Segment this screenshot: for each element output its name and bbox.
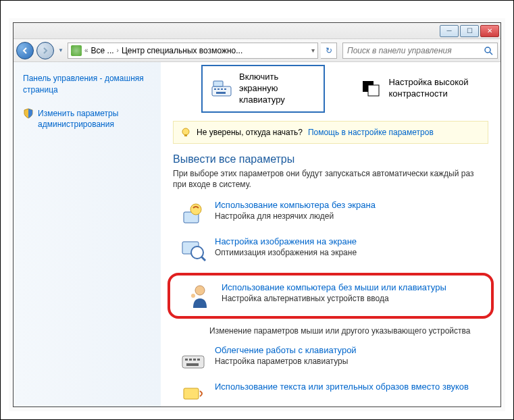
option-sound[interactable]: Использование текста или зрительных обра… — [180, 382, 488, 406]
control-panel-icon — [71, 45, 82, 56]
search-box[interactable] — [342, 43, 498, 59]
option-no-display-link[interactable]: Использование компьютера без экрана — [215, 200, 376, 210]
lightbulb-icon — [180, 127, 191, 138]
minimize-button[interactable]: ─ — [440, 25, 459, 37]
option-mouse[interactable]: Изменение параметров мыши или другого ук… — [209, 325, 488, 337]
svg-rect-23 — [193, 359, 196, 361]
option-mouse-desc: Изменение параметров мыши или другого ук… — [209, 325, 488, 337]
breadcrumb[interactable]: « Все ... › Центр специальных возможно..… — [68, 43, 318, 59]
refresh-button[interactable]: ↻ — [321, 43, 337, 59]
svg-rect-3 — [214, 88, 216, 90]
breadcrumb-segment[interactable]: Все ... — [91, 46, 114, 55]
svg-rect-12 — [184, 134, 187, 136]
quick-osk-label: Включить экранную клавиатуру — [239, 72, 315, 106]
keyboard-icon — [211, 80, 232, 97]
admin-settings-link[interactable]: Изменить параметры администрирования — [38, 108, 151, 131]
option-no-mouse[interactable]: Использование компьютера без мыши или кл… — [186, 282, 482, 309]
svg-rect-7 — [216, 92, 226, 94]
content-area: Включить экранную клавиатуру Настройка в… — [161, 62, 500, 406]
tip-bar: Не уверены, откуда начать? Помощь в наст… — [173, 121, 488, 144]
svg-rect-25 — [186, 363, 199, 366]
quick-osk-button[interactable]: Включить экранную клавиатуру — [201, 65, 325, 113]
svg-point-11 — [182, 128, 189, 135]
shield-icon — [23, 108, 34, 119]
option-keyboard-link[interactable]: Облегчение работы с клавиатурой — [215, 345, 357, 355]
section-desc: При выборе этих параметров они будут зап… — [173, 168, 488, 191]
option-display-desc: Оптимизация изображения на экране — [215, 248, 357, 257]
dropdown-icon[interactable]: ▾ — [311, 47, 315, 54]
svg-point-14 — [190, 204, 201, 215]
titlebar: ─ ☐ ✕ — [14, 23, 500, 39]
keyboard-ease-icon — [180, 345, 207, 372]
chevron-right-icon: › — [117, 47, 119, 54]
tip-link[interactable]: Помощь в настройке параметров — [308, 128, 434, 137]
breadcrumb-segment[interactable]: Центр специальных возможно... — [122, 46, 242, 55]
svg-rect-2 — [212, 86, 231, 96]
nav-history-dropdown[interactable]: ▼ — [57, 44, 65, 57]
svg-line-1 — [490, 52, 492, 55]
quick-contrast-button[interactable]: Настройка высокой контрастности — [352, 65, 482, 113]
svg-rect-10 — [368, 85, 379, 96]
close-button[interactable]: ✕ — [480, 25, 499, 37]
svg-rect-5 — [221, 88, 223, 90]
option-keyboard[interactable]: Облегчение работы с клавиатурой Настройк… — [180, 345, 488, 372]
svg-point-18 — [195, 286, 205, 295]
svg-rect-22 — [189, 359, 192, 361]
svg-rect-21 — [185, 359, 188, 361]
svg-rect-20 — [182, 356, 204, 368]
section-title: Вывести все параметры — [173, 153, 488, 165]
option-sound-link[interactable]: Использование текста или зрительных обра… — [215, 382, 469, 392]
magnifier-icon — [180, 236, 207, 263]
search-input[interactable] — [347, 46, 484, 55]
option-no-mouse-desc: Настройка альтернативных устройств ввода — [222, 294, 446, 303]
svg-rect-4 — [217, 88, 220, 90]
highlight-box: Использование компьютера без мыши или кл… — [168, 273, 494, 319]
search-icon[interactable] — [484, 46, 493, 55]
option-display-link[interactable]: Настройка изображения на экране — [215, 236, 357, 246]
sidebar: Панель управления - домашняя страница Из… — [14, 62, 161, 406]
back-button[interactable] — [16, 42, 34, 59]
person-icon — [186, 282, 213, 309]
forward-button[interactable] — [36, 42, 54, 59]
svg-line-17 — [201, 257, 205, 261]
svg-rect-24 — [197, 359, 200, 361]
chevron-left-icon: « — [84, 47, 88, 54]
svg-rect-6 — [224, 88, 226, 90]
tip-text: Не уверены, откуда начать? — [197, 128, 303, 137]
option-no-display[interactable]: Использование компьютера без экрана Наст… — [180, 200, 488, 227]
option-keyboard-desc: Настройка параметров клавиатуры — [215, 357, 357, 366]
svg-rect-26 — [184, 388, 199, 399]
option-display[interactable]: Настройка изображения на экране Оптимиза… — [180, 236, 488, 263]
maximize-button[interactable]: ☐ — [460, 25, 479, 37]
narrator-icon — [180, 200, 207, 227]
svg-point-19 — [191, 294, 195, 298]
sound-visual-icon — [180, 382, 207, 406]
contrast-icon — [360, 80, 382, 97]
quick-contrast-label: Настройка высокой контрастности — [388, 77, 473, 100]
option-no-display-desc: Настройка для незрячих людей — [215, 211, 376, 221]
svg-point-0 — [485, 47, 490, 53]
control-panel-home-link[interactable]: Панель управления - домашняя страница — [23, 73, 151, 96]
address-bar: ▼ « Все ... › Центр специальных возможно… — [14, 39, 500, 62]
svg-rect-8 — [213, 81, 223, 86]
option-no-mouse-link[interactable]: Использование компьютера без мыши или кл… — [222, 282, 446, 292]
